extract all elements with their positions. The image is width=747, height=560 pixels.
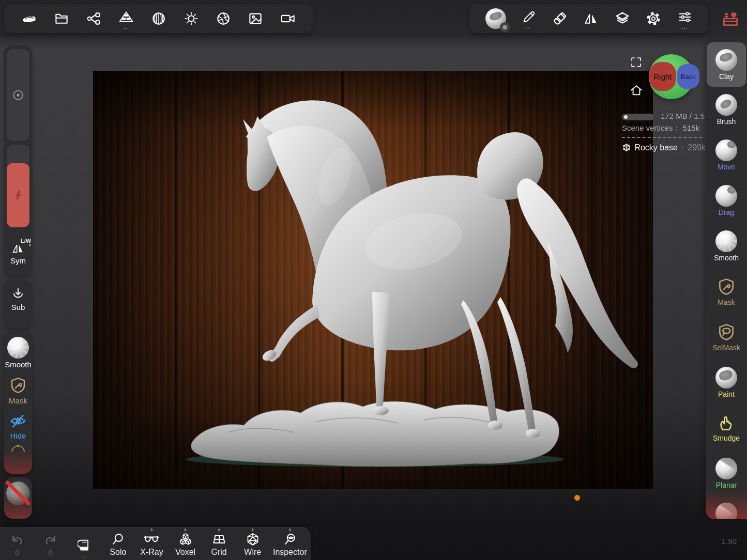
disabled-slash [5, 480, 31, 506]
quick-tools-panel: Smooth Mask Hide [4, 331, 32, 474]
camera-icon[interactable] [280, 11, 296, 26]
voxel-caret: ▲ [184, 527, 188, 532]
interface-sliders-icon[interactable]: … [677, 9, 693, 28]
tool-partial-next[interactable] [706, 496, 747, 519]
sliders-more-dots: … [682, 25, 688, 28]
gizmo-quick-tool[interactable] [4, 444, 32, 453]
xray-button[interactable]: ▲ X-Ray [135, 527, 168, 560]
view-toolbar: 0 0 … Solo ▲ X-Ray ▲ Voxel ▲ Grid ▲ Wire… [0, 527, 311, 560]
intensity-fill [7, 163, 29, 227]
object-name: Rocky base [634, 143, 678, 152]
orientation-gizmo[interactable]: Right Back [649, 54, 694, 99]
xray-glasses-icon [143, 533, 160, 547]
partial-sphere-icon [715, 503, 737, 520]
planar-sphere-icon [715, 458, 737, 479]
memory-text: 172 MB / 1.5 [661, 112, 705, 120]
lighting-sun-icon[interactable] [184, 11, 199, 26]
redo-button[interactable]: 0 [34, 527, 67, 560]
history-journal-button[interactable]: … [68, 527, 101, 560]
symmetry-label: Sym [4, 256, 32, 265]
sub-tool[interactable]: Sub [4, 279, 32, 312]
object-middot: · [681, 143, 684, 152]
redo-icon [43, 534, 58, 548]
pencil-more-dots: … [526, 25, 532, 28]
gizmo-back-face[interactable]: Back [677, 64, 699, 89]
files-folder-icon[interactable] [54, 11, 69, 26]
main-toolbar-left: … [4, 4, 313, 33]
background-image-icon[interactable] [248, 11, 263, 26]
symmetry-toggle[interactable]: L/W ▸ Sym [4, 230, 32, 265]
matcap-material-button[interactable] [485, 8, 506, 29]
radius-icon [11, 88, 25, 102]
smooth-sphere-icon [7, 337, 29, 359]
inspector-icon [283, 532, 297, 547]
post-process-aperture-icon[interactable] [216, 11, 231, 26]
stroke-settings-panel: L/W ▸ Sym [4, 45, 32, 276]
drag-sphere-icon [715, 185, 737, 207]
move-sphere-icon [715, 139, 737, 161]
tool-move[interactable]: Move [706, 132, 747, 178]
brush-intensity-slider[interactable] [7, 145, 29, 227]
brush-size-slider[interactable] [7, 49, 29, 141]
material-none-sphere-icon [6, 481, 30, 505]
mask-quick-tool[interactable]: Mask [4, 369, 32, 405]
voxel-button[interactable]: ▲ Voxel [169, 527, 202, 560]
home-view-icon[interactable] [629, 83, 644, 98]
tool-clay[interactable]: Clay [707, 42, 746, 87]
undo-button[interactable]: 0 [1, 527, 34, 560]
stroke-pencil-icon[interactable]: … [522, 10, 536, 28]
tool-smooth[interactable]: Smooth [706, 223, 747, 269]
tool-smudge[interactable]: Smudge [706, 405, 747, 450]
solo-button[interactable]: Solo [101, 527, 134, 560]
sym-expand-arrow[interactable]: ▸ [29, 242, 32, 247]
tool-paint[interactable]: Paint [706, 360, 747, 405]
inspector-button[interactable]: ▲ Inspector [270, 527, 310, 560]
toolbox-button[interactable] [718, 6, 743, 32]
mask-label: Mask [9, 396, 27, 405]
material-none-panel[interactable]: ▸ [4, 477, 32, 519]
undo-count: 0 [15, 549, 19, 557]
grid-caret: ▲ [217, 527, 221, 532]
tool-drag[interactable]: Drag [706, 178, 747, 223]
undo-icon [9, 534, 25, 548]
mirror-symmetry-icon[interactable] [583, 11, 599, 26]
viewport-canvas[interactable] [93, 71, 653, 489]
hide-label: Hide [10, 431, 26, 440]
tool-mask[interactable]: Mask [706, 269, 747, 314]
memory-row: 172 MB / 1.5 [622, 112, 706, 120]
hide-quick-tool[interactable]: Hide [4, 405, 32, 440]
layers-icon[interactable] [615, 11, 630, 26]
wireframe-sphere-icon [622, 143, 631, 152]
mask-shield-icon [716, 277, 736, 297]
tool-selmask[interactable]: SelMask [706, 314, 747, 360]
material-sphere-icon[interactable] [151, 11, 166, 26]
paint-sphere-icon [715, 367, 737, 388]
stats-divider [622, 137, 702, 138]
object-list-item[interactable]: Rocky base · 299k [622, 143, 706, 152]
app-version: 1.90 [722, 537, 737, 546]
fullscreen-icon[interactable] [630, 56, 643, 69]
app-logo[interactable] [21, 10, 37, 27]
mask-shield-icon [9, 376, 27, 395]
memory-bar [622, 114, 654, 120]
gizmo-right-face[interactable]: Right [649, 62, 676, 91]
main-toolbar-right: … … [469, 4, 708, 33]
grid-button[interactable]: ▲ Grid [203, 527, 236, 560]
solo-magnifier-icon [111, 532, 125, 547]
hide-dotted-eye-icon [9, 412, 27, 430]
settings-gear-icon[interactable] [646, 11, 661, 26]
topology-icon[interactable]: … [118, 9, 134, 28]
horse-mesh[interactable] [243, 100, 638, 438]
smudge-finger-icon [717, 414, 736, 432]
grid-icon [212, 532, 226, 547]
journal-icon [78, 538, 91, 552]
paint-brush-icon[interactable] [552, 11, 568, 26]
tool-planar[interactable]: Planar [706, 450, 747, 496]
tool-palette: Clay Brush Move Drag Smooth Mask SelMask… [706, 41, 747, 519]
smooth-quick-tool[interactable]: Smooth [4, 331, 32, 369]
xray-caret: ▲ [150, 527, 154, 532]
sub-panel: Sub [4, 279, 32, 328]
scene-graph-icon[interactable] [86, 11, 101, 26]
wire-button[interactable]: ▲ Wire [236, 527, 269, 560]
tool-brush[interactable]: Brush [706, 87, 747, 132]
